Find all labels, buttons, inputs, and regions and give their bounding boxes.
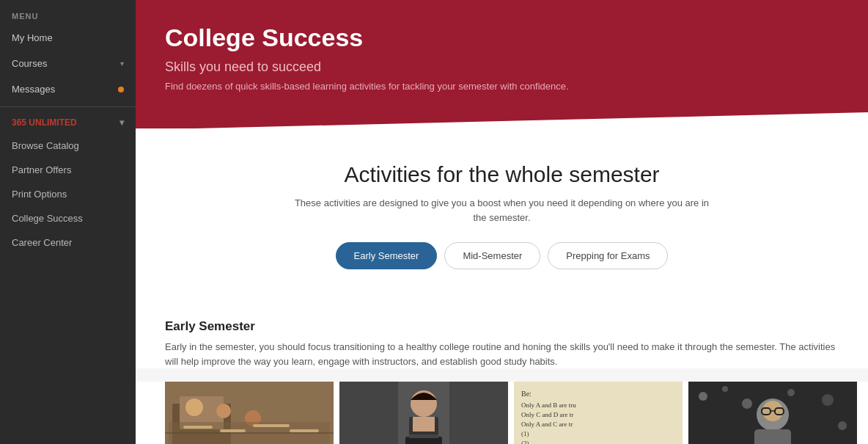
svg-point-31: [787, 389, 795, 396]
activity-card-4-image: [688, 382, 857, 444]
sidebar-item-label: College Success: [12, 213, 83, 224]
activity-card-3-image: Be: Only A and B are tru Only C and D ar…: [514, 382, 683, 444]
svg-point-3: [185, 398, 203, 416]
svg-rect-8: [183, 426, 213, 429]
svg-text:(1): (1): [521, 430, 529, 437]
sidebar-item-college-success[interactable]: College Success: [0, 206, 136, 230]
sidebar-item-label: Print Options: [12, 189, 67, 200]
svg-rect-39: [754, 429, 791, 444]
semester-section: Early Semester Early in the semester, yo…: [136, 305, 868, 368]
svg-rect-10: [253, 424, 290, 427]
svg-rect-11: [290, 429, 319, 432]
sidebar-item-label: My Home: [12, 32, 53, 43]
svg-point-29: [722, 386, 728, 392]
sidebar-item-messages[interactable]: Messages: [0, 76, 136, 102]
sidebar-item-my-home[interactable]: My Home: [0, 25, 136, 51]
hero-banner: College Success Skills you need to succe…: [136, 0, 868, 128]
svg-point-30: [742, 398, 752, 409]
activity-card-2[interactable]: [339, 382, 508, 444]
image-cards-row: Be: Only A and B are tru Only C and D ar…: [136, 382, 868, 444]
svg-point-32: [822, 394, 834, 406]
activity-card-4[interactable]: [688, 382, 857, 444]
sidebar-item-print-options[interactable]: Print Options: [0, 182, 136, 206]
hero-subtitle: Skills you need to succeed: [165, 59, 839, 75]
sidebar-item-label: Partner Offers: [12, 164, 71, 175]
semester-heading: Early Semester: [165, 319, 839, 334]
unlimited-label: 365 UNLIMITED: [12, 117, 77, 128]
tab-early-semester[interactable]: Early Semester: [336, 242, 438, 269]
menu-label: MENU: [0, 6, 136, 25]
sidebar-item-partner-offers[interactable]: Partner Offers: [0, 158, 136, 182]
main-content: College Success Skills you need to succe…: [136, 0, 868, 444]
sidebar-item-label: Messages: [12, 84, 55, 95]
svg-text:(2): (2): [521, 440, 529, 444]
svg-text:Only C and D are tr: Only C and D are tr: [521, 411, 573, 418]
hero-description: Find doezens of quick skills-based learn…: [165, 81, 839, 92]
activity-card-1[interactable]: [165, 382, 334, 444]
svg-text:Only A and B are tru: Only A and B are tru: [521, 401, 576, 409]
chevron-down-icon: ▾: [120, 59, 124, 68]
tab-prepping-exams[interactable]: Prepping for Exams: [548, 242, 668, 269]
sidebar-divider: [0, 106, 136, 107]
sidebar-item-browse-catalog[interactable]: Browse Catalog: [0, 134, 136, 158]
svg-rect-18: [409, 434, 438, 438]
activity-card-1-image: [165, 382, 334, 444]
tab-buttons: Early Semester Mid-Semester Prepping for…: [165, 242, 839, 269]
activities-title: Activities for the whole semester: [165, 162, 839, 187]
sidebar-item-courses[interactable]: Courses ▾: [0, 51, 136, 76]
notification-dot: [118, 87, 124, 92]
svg-rect-9: [220, 429, 246, 432]
sidebar-item-label: Browse Catalog: [12, 140, 79, 151]
sidebar-item-label: Courses: [12, 58, 47, 69]
activities-description: These activities are designed to give yo…: [290, 196, 715, 225]
semester-text: Early in the semester, you should focus …: [165, 340, 839, 368]
svg-text:Be:: Be:: [521, 390, 532, 398]
svg-text:Only A and C are tr: Only A and C are tr: [521, 421, 573, 428]
activity-card-2-image: [339, 382, 508, 444]
chevron-down-icon: ▾: [119, 117, 124, 128]
svg-point-28: [699, 392, 707, 401]
tab-mid-semester[interactable]: Mid-Semester: [444, 242, 540, 269]
svg-point-4: [216, 404, 231, 418]
sidebar-item-career-center[interactable]: Career Center: [0, 230, 136, 255]
hero-title: College Success: [165, 23, 839, 52]
sidebar: MENU My Home Courses ▾ Messages 365 UNLI…: [0, 0, 136, 444]
svg-rect-16: [413, 417, 435, 432]
sidebar-item-label: Career Center: [12, 237, 72, 248]
activities-section: Activities for the whole semester These …: [136, 136, 868, 305]
activity-card-3[interactable]: Be: Only A and B are tru Only C and D ar…: [514, 382, 683, 444]
sidebar-item-unlimited[interactable]: 365 UNLIMITED ▾: [0, 112, 136, 134]
svg-point-33: [838, 421, 847, 430]
